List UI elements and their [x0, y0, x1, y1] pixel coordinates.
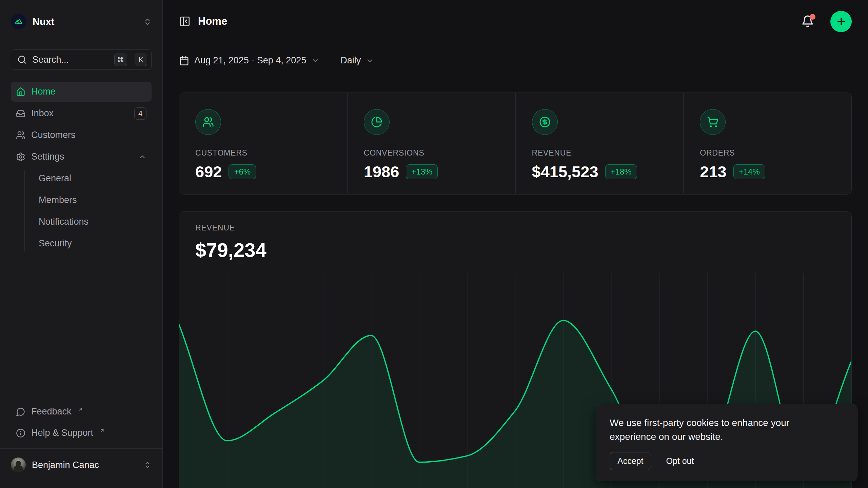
- page-title: Home: [198, 15, 227, 27]
- stat-conversions[interactable]: CONVERSIONS 1986 +13%: [347, 93, 515, 194]
- plus-icon: [836, 16, 847, 27]
- sidebar-item-security[interactable]: Security: [35, 233, 152, 253]
- stat-value: 692: [195, 162, 222, 181]
- date-range-picker[interactable]: Aug 21, 2025 - Sep 4, 2025: [179, 55, 319, 66]
- chevron-up-icon: [138, 153, 146, 161]
- sidebar-item-inbox[interactable]: Inbox 4: [11, 103, 152, 123]
- user-menu[interactable]: Benjamin Canac: [11, 451, 152, 479]
- kbd-cmd: ⌘: [114, 54, 127, 66]
- sidebar-divider: [0, 448, 162, 449]
- nuxt-logo-icon: [11, 14, 26, 29]
- cookie-banner: We use first-party cookies to enhance yo…: [596, 404, 857, 481]
- stat-label: REVENUE: [532, 148, 670, 158]
- sidebar-item-home[interactable]: Home: [11, 82, 152, 102]
- sidebar-item-settings[interactable]: Settings: [11, 147, 152, 167]
- stats-row: CUSTOMERS 692 +6% CONVERSIONS 1986 +13%: [179, 93, 852, 195]
- sidebar-item-label: Home: [31, 86, 56, 97]
- revenue-card-value: $79,234: [195, 239, 835, 261]
- stat-delta-badge: +14%: [733, 164, 765, 179]
- calendar-icon: [179, 56, 189, 66]
- optout-cookies-button[interactable]: Opt out: [666, 456, 694, 466]
- chat-bubble-icon: [16, 407, 25, 416]
- dollar-circle-icon: [532, 109, 558, 135]
- info-circle-icon: [16, 428, 25, 438]
- kbd-k: K: [135, 54, 147, 66]
- accept-cookies-button[interactable]: Accept: [610, 452, 651, 470]
- gear-icon: [16, 152, 25, 162]
- search-icon: [17, 55, 27, 64]
- feedback-label: Feedback: [31, 406, 72, 417]
- sidebar-item-label: Customers: [31, 130, 76, 140]
- revenue-card-label: REVENUE: [195, 223, 835, 232]
- stat-value: 213: [700, 162, 726, 181]
- pie-chart-icon: [364, 109, 390, 135]
- sidebar-footer: Feedback Help & Support: [11, 402, 152, 443]
- sidebar-item-label: Settings: [31, 151, 64, 162]
- stat-value: 1986: [364, 162, 399, 181]
- stat-delta-badge: +6%: [229, 164, 256, 179]
- sidebar-item-members[interactable]: Members: [35, 190, 152, 210]
- search-input[interactable]: Search... ⌘ K: [11, 49, 152, 70]
- external-link-icon: [78, 407, 83, 412]
- stat-delta-badge: +18%: [605, 164, 637, 179]
- stat-orders[interactable]: ORDERS 213 +14%: [683, 93, 851, 194]
- stat-customers[interactable]: CUSTOMERS 692 +6%: [179, 93, 347, 194]
- shopping-cart-icon: [700, 109, 726, 135]
- help-support-link[interactable]: Help & Support: [11, 423, 152, 443]
- page-header: Home: [163, 0, 868, 43]
- avatar: [11, 458, 26, 472]
- chevrons-up-down-icon: [143, 18, 152, 26]
- feedback-link[interactable]: Feedback: [11, 402, 152, 422]
- date-range-value: Aug 21, 2025 - Sep 4, 2025: [194, 55, 306, 66]
- granularity-select[interactable]: Daily: [340, 55, 374, 66]
- workspace-switcher[interactable]: Nuxt: [11, 8, 152, 35]
- search-placeholder: Search...: [32, 55, 107, 65]
- filters-toolbar: Aug 21, 2025 - Sep 4, 2025 Daily: [163, 43, 868, 78]
- inbox-icon: [16, 109, 25, 118]
- inbox-count-badge: 4: [134, 107, 146, 120]
- panel-left-close-icon: [179, 16, 191, 27]
- home-icon: [16, 87, 25, 97]
- sidebar-item-customers[interactable]: Customers: [11, 125, 152, 145]
- user-name: Benjamin Canac: [32, 460, 99, 470]
- cookie-message: We use first-party cookies to enhance yo…: [610, 416, 830, 444]
- sidebar-item-notifications[interactable]: Notifications: [35, 212, 152, 232]
- external-link-icon: [100, 428, 105, 433]
- help-support-label: Help & Support: [31, 428, 93, 438]
- stat-revenue[interactable]: REVENUE $415,523 +18%: [515, 93, 684, 194]
- sidebar-item-general[interactable]: General: [35, 168, 152, 188]
- stat-delta-badge: +13%: [406, 164, 438, 179]
- sidebar-nav: Home Inbox 4 Customers Sett: [11, 82, 152, 253]
- dashboard-root: Nuxt Search... ⌘ K Home: [0, 0, 868, 488]
- chevron-down-icon: [311, 57, 319, 65]
- stat-value: $415,523: [532, 162, 598, 181]
- granularity-value: Daily: [340, 55, 361, 66]
- chevron-down-icon: [366, 57, 374, 65]
- chevrons-up-down-icon: [143, 461, 152, 469]
- notification-dot: [810, 14, 815, 20]
- sidebar: Nuxt Search... ⌘ K Home: [0, 0, 163, 488]
- stat-label: ORDERS: [700, 148, 838, 158]
- collapse-sidebar-button[interactable]: [179, 16, 191, 27]
- notifications-button[interactable]: [801, 15, 814, 28]
- settings-submenu: General Members Notifications Security: [24, 168, 152, 253]
- stat-label: CONVERSIONS: [364, 148, 502, 158]
- sidebar-item-label: Inbox: [31, 108, 54, 119]
- stat-label: CUSTOMERS: [195, 148, 334, 158]
- workspace-name: Nuxt: [33, 16, 54, 27]
- users-icon: [16, 130, 25, 140]
- users-icon: [195, 109, 221, 135]
- add-button[interactable]: [830, 11, 852, 32]
